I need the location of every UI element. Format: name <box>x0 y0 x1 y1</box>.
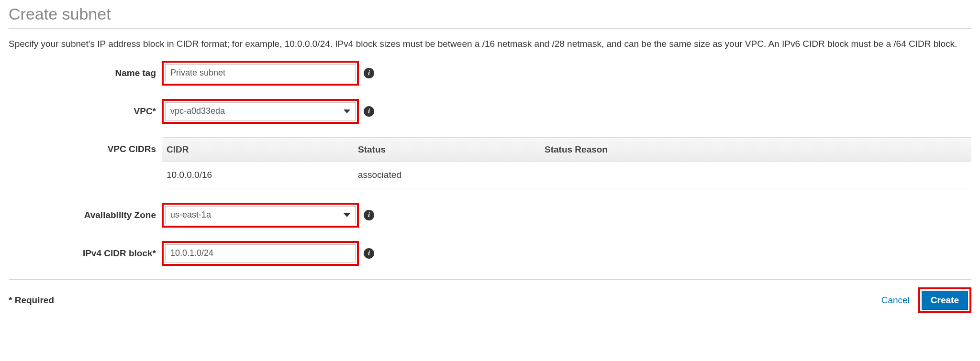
vpc-label: VPC* <box>9 106 162 117</box>
az-select[interactable]: us-east-1a <box>165 206 356 224</box>
ipv4-cidr-label: IPv4 CIDR block* <box>9 248 162 259</box>
caret-down-icon <box>344 213 350 217</box>
vpc-highlight: vpc-a0d33eda <box>162 99 359 124</box>
create-button[interactable]: Create <box>922 291 968 310</box>
caret-down-icon <box>344 109 350 113</box>
table-header-status: Status <box>353 138 540 162</box>
info-icon[interactable]: i <box>364 106 374 117</box>
page-description: Specify your subnet's IP address block i… <box>9 37 971 51</box>
ipv4-cidr-input[interactable] <box>165 244 356 263</box>
info-icon[interactable]: i <box>364 248 374 259</box>
table-row: 10.0.0.0/16 associated <box>162 162 971 188</box>
az-select-value: us-east-1a <box>170 210 211 220</box>
create-highlight: Create <box>918 287 971 313</box>
table-header-row: CIDR Status Status Reason <box>162 138 971 162</box>
page-title: Create subnet <box>9 5 971 23</box>
table-header-cidr: CIDR <box>162 138 353 162</box>
table-cell-reason <box>540 162 971 188</box>
az-label: Availability Zone <box>9 210 162 220</box>
table-header-reason: Status Reason <box>540 138 971 162</box>
table-cell-cidr: 10.0.0.0/16 <box>162 162 353 188</box>
vpc-select[interactable]: vpc-a0d33eda <box>165 102 356 120</box>
title-divider <box>9 28 971 29</box>
table-cell-status: associated <box>353 162 540 188</box>
info-icon[interactable]: i <box>364 68 374 78</box>
vpc-cidrs-label: VPC CIDRs <box>9 137 162 154</box>
name-tag-highlight <box>162 61 359 86</box>
name-tag-label: Name tag <box>9 68 162 78</box>
az-highlight: us-east-1a <box>162 203 359 228</box>
vpc-cidrs-table: CIDR Status Status Reason 10.0.0.0/16 as… <box>162 137 971 188</box>
cancel-button[interactable]: Cancel <box>881 295 910 306</box>
vpc-select-value: vpc-a0d33eda <box>170 106 225 116</box>
name-tag-input[interactable] <box>165 64 356 82</box>
ipv4-cidr-highlight <box>162 241 359 266</box>
required-note: * Required <box>9 295 54 306</box>
info-icon[interactable]: i <box>364 210 374 220</box>
